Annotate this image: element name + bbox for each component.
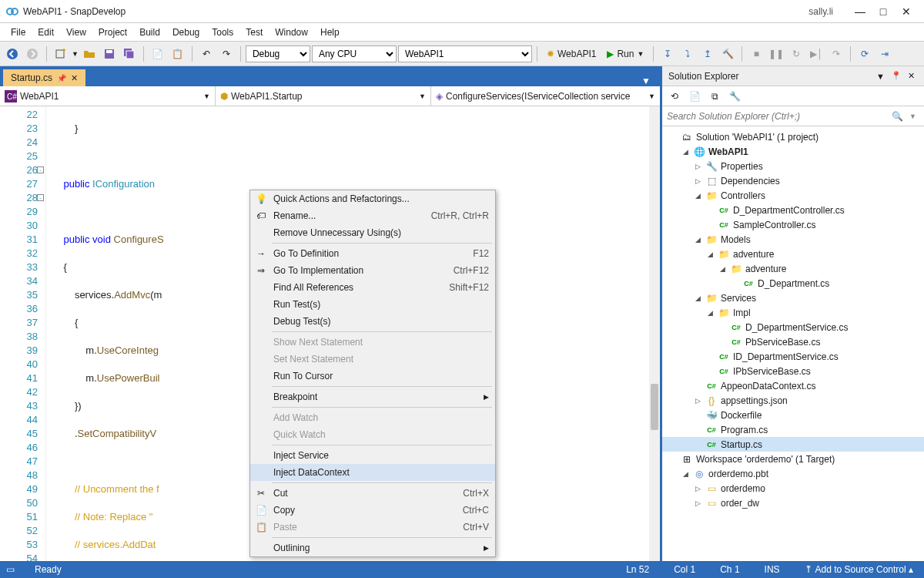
tree-node[interactable]: ▷🔧Properties	[662, 159, 924, 173]
status-scc[interactable]: ⤒Add to Source Control ▴	[800, 564, 918, 575]
collapse-icon[interactable]: ⧉	[707, 89, 722, 104]
tab-close-icon[interactable]: ✕	[71, 73, 78, 83]
ctx-cut[interactable]: ✂CutCtrl+X	[250, 485, 495, 502]
expander-icon[interactable]: ◢	[705, 250, 715, 258]
open-button[interactable]	[80, 45, 99, 63]
step-icon[interactable]: ↷	[827, 45, 845, 63]
menu-tools[interactable]: Tools	[206, 25, 239, 40]
tree-node[interactable]: ◢◎orderdemo.pbt	[662, 466, 924, 481]
nav-member-combo[interactable]: ◈ ConfigureServices(IServiceCollection s…	[431, 86, 660, 106]
ctx-remove-unnecessary-using-s-[interactable]: Remove Unnecessary Using(s)	[250, 224, 495, 241]
ctx-copy[interactable]: 📄CopyCtrl+C	[250, 502, 495, 519]
expander-icon[interactable]: ▷	[693, 163, 702, 170]
restart-icon[interactable]: ↻	[787, 45, 805, 63]
project-select[interactable]: WebAPI1	[398, 45, 532, 62]
tree-node[interactable]: ◢🌐WebAPI1	[662, 144, 924, 159]
menu-help[interactable]: Help	[314, 25, 346, 40]
tree-node[interactable]: ◢📁Impl	[662, 305, 924, 320]
step-over-icon[interactable]: ⤵	[678, 45, 697, 63]
nav-project-combo[interactable]: C# WebAPI1 ▼	[0, 86, 216, 106]
search-dropdown-icon[interactable]: ▼	[906, 113, 919, 120]
expander-icon[interactable]: ◢	[705, 309, 715, 317]
tree-node[interactable]: ▷▭orderdemo	[662, 481, 924, 496]
tree-node[interactable]: ◢📁Controllers	[662, 188, 924, 203]
tree-node[interactable]: C#D_Department.cs	[662, 276, 924, 291]
menu-window[interactable]: Window	[269, 25, 314, 40]
ctx-debug-test-s-[interactable]: Debug Test(s)	[250, 313, 495, 330]
ctx-go-to-implementation[interactable]: ⇒Go To ImplementationCtrl+F12	[250, 262, 495, 279]
expander-icon[interactable]: ◢	[681, 470, 690, 478]
tree-node[interactable]: ▷{}appsettings.json	[662, 393, 924, 408]
debug-icon[interactable]: 🔨	[718, 45, 737, 63]
panel-pin-icon[interactable]: 📍	[888, 71, 905, 81]
home-icon[interactable]: ⟲	[667, 89, 682, 104]
tree-node[interactable]: ◢📁Services	[662, 291, 924, 305]
fold-toggle[interactable]: -	[37, 166, 44, 173]
copy-button[interactable]: 📄	[149, 45, 167, 63]
expander-icon[interactable]: ▷	[693, 485, 702, 492]
menu-file[interactable]: File	[5, 25, 32, 40]
tab-startup[interactable]: Startup.cs 📌 ✕	[3, 69, 85, 86]
run-to-icon[interactable]: ▶│	[807, 45, 825, 63]
ctx-inject-datacontext[interactable]: Inject DataContext	[250, 464, 495, 481]
menu-test[interactable]: Test	[239, 25, 269, 40]
tree-node[interactable]: ▷▭order_dw	[662, 496, 924, 510]
tree-node[interactable]: ⊞Workspace 'orderdemo' (1 Target)	[662, 452, 924, 466]
platform-select[interactable]: Any CPU	[312, 45, 397, 62]
tree-node[interactable]: ◢📁Models	[662, 232, 924, 247]
ctx-quick-actions-and-refactorings-[interactable]: 💡Quick Actions and Refactorings...	[250, 190, 495, 207]
tree-node[interactable]: C#Program.cs	[662, 422, 924, 437]
expander-icon[interactable]: ▷	[693, 177, 702, 185]
ctx-inject-service[interactable]: Inject Service	[250, 447, 495, 464]
tree-node[interactable]: C#PbServiceBase.cs	[662, 334, 924, 349]
stop-icon[interactable]: ■	[747, 45, 765, 63]
paste-button[interactable]: 📋	[169, 45, 187, 63]
tree-node[interactable]: ◢📁adventure	[662, 247, 924, 261]
solution-search-input[interactable]	[667, 111, 889, 122]
solution-tree[interactable]: 🗂Solution 'WebAPI1' (1 project)◢🌐WebAPI1…	[662, 126, 924, 561]
tree-node[interactable]: C#SampleController.cs	[662, 217, 924, 232]
tabs-dropdown-icon[interactable]: ▼	[635, 76, 657, 86]
indent-icon[interactable]: ⇥	[875, 45, 894, 63]
close-button[interactable]: ✕	[895, 5, 918, 18]
expander-icon[interactable]: ◢	[693, 192, 702, 200]
fold-toggle[interactable]: -	[37, 194, 44, 201]
ctx-rename-[interactable]: 🏷Rename...Ctrl+R, Ctrl+R	[250, 207, 495, 224]
config-select[interactable]: Debug	[246, 45, 310, 62]
maximize-button[interactable]: □	[872, 5, 895, 18]
tree-node[interactable]: C#Startup.cs	[662, 437, 924, 452]
menu-build[interactable]: Build	[133, 25, 166, 40]
tree-node[interactable]: C#D_DepartmentService.cs	[662, 320, 924, 334]
user-label[interactable]: sally.li	[808, 6, 833, 17]
tree-node[interactable]: C#ID_DepartmentService.cs	[662, 349, 924, 364]
ctx-run-to-cursor[interactable]: Run To Cursor	[250, 368, 495, 385]
dropdown-caret-icon[interactable]: ▼	[72, 50, 79, 58]
pin-icon[interactable]: 📌	[57, 74, 66, 82]
menu-debug[interactable]: Debug	[166, 25, 206, 40]
tree-node[interactable]: C#AppeonDataContext.cs	[662, 378, 924, 393]
expander-icon[interactable]: ▷	[693, 397, 702, 405]
panel-dropdown-icon[interactable]: ▼	[873, 72, 888, 81]
step-into-icon[interactable]: ↧	[658, 45, 677, 63]
expander-icon[interactable]: ◢	[693, 294, 702, 302]
new-button[interactable]	[52, 45, 70, 63]
expander-icon[interactable]: ◢	[681, 148, 690, 156]
startup-project[interactable]: ✸WebAPI1	[542, 45, 601, 63]
properties-icon[interactable]: 🔧	[727, 89, 742, 104]
step-out-icon[interactable]: ↥	[698, 45, 717, 63]
refresh-icon[interactable]: ⟳	[855, 45, 874, 63]
tree-node[interactable]: C#IPbServiceBase.cs	[662, 364, 924, 378]
undo-button[interactable]: ↶	[197, 45, 216, 63]
nav-class-combo[interactable]: ⬢ WebAPI1.Startup ▼	[216, 86, 431, 106]
sync-icon[interactable]: 📄	[687, 89, 702, 104]
save-button[interactable]	[100, 45, 119, 63]
menu-view[interactable]: View	[60, 25, 92, 40]
save-all-button[interactable]	[120, 45, 139, 63]
ctx-go-to-definition[interactable]: →Go To DefinitionF12	[250, 245, 495, 262]
ctx-outlining[interactable]: Outlining▶	[250, 539, 495, 556]
minimize-button[interactable]: —	[849, 5, 872, 18]
ctx-breakpoint[interactable]: Breakpoint▶	[250, 388, 495, 405]
pause-icon[interactable]: ❚❚	[767, 45, 785, 63]
menu-project[interactable]: Project	[92, 25, 133, 40]
expander-icon[interactable]: ◢	[693, 236, 702, 244]
